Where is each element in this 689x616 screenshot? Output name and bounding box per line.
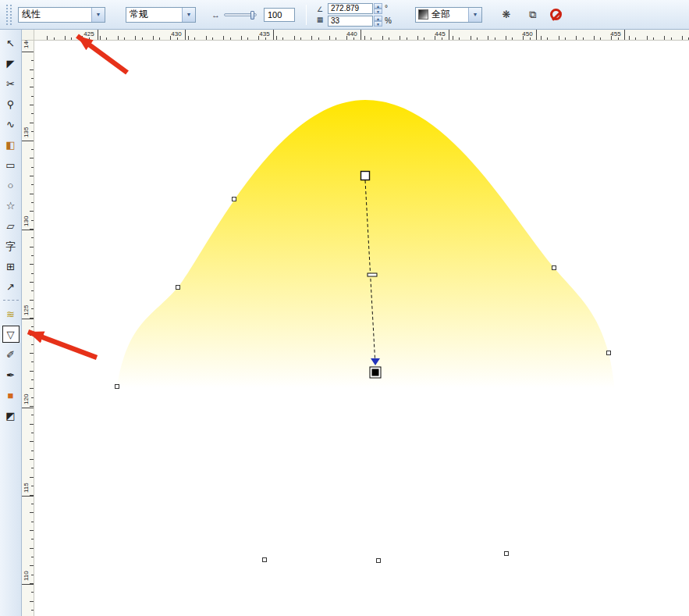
- chevron-down-icon[interactable]: ▼: [91, 8, 105, 22]
- curve-node[interactable]: [377, 559, 381, 563]
- toolbar-grip[interactable]: [6, 5, 12, 25]
- drawing-canvas[interactable]: [34, 41, 689, 616]
- curve-node[interactable]: [263, 558, 267, 562]
- no-transparency-icon: [550, 9, 562, 20]
- ruler-label: 435: [257, 30, 272, 37]
- edge-pad-icon: ▦: [314, 16, 325, 23]
- gradient-transparency-group: ∠ ▦ 272.879 ▲ ▼ ° 33 ▲ ▼ %: [314, 3, 392, 27]
- table-icon: ⊞: [6, 262, 15, 272]
- blend-icon: ≋: [6, 309, 15, 319]
- spin-up-icon[interactable]: ▲: [374, 16, 382, 21]
- connector-icon: ↗: [6, 282, 15, 292]
- toolbar-separator: [306, 5, 307, 25]
- edge-pad-unit-label: %: [385, 16, 392, 25]
- interactive-fill-icon: ◩: [5, 411, 15, 421]
- transparency-angle-input[interactable]: 272.879: [328, 3, 373, 14]
- basic-shapes-tool[interactable]: ▱: [2, 217, 20, 234]
- gradient-swatch-icon: [418, 9, 428, 20]
- curve-node[interactable]: [505, 552, 509, 556]
- spin-up-icon[interactable]: ▲: [374, 3, 382, 9]
- ruler-label: 425: [82, 30, 96, 37]
- ruler-label: 130: [23, 217, 32, 226]
- polygon-icon: ☆: [6, 201, 16, 211]
- freehand-icon: ∿: [6, 119, 15, 130]
- curve-node[interactable]: [607, 351, 611, 355]
- clear-transparency-button[interactable]: [548, 6, 565, 23]
- outline-pen-icon: ✒: [6, 370, 15, 380]
- text-icon: 字: [5, 241, 16, 251]
- interactive-transparency-icon: ▽: [7, 329, 15, 340]
- smart-fill-tool[interactable]: ◧: [2, 136, 20, 153]
- ruler-label: 125: [23, 306, 32, 315]
- fill-tool[interactable]: ■: [2, 386, 20, 404]
- zoom-tool[interactable]: ⚲: [2, 95, 20, 112]
- toolbox: ↖◤✂⚲∿◧▭○☆▱字⊞↗≋▽✐✒■◩: [0, 30, 22, 616]
- gradient-midpoint-handle[interactable]: [368, 273, 377, 276]
- freeze-transparency-button[interactable]: ❋: [498, 6, 515, 23]
- freehand-tool[interactable]: ∿: [2, 116, 20, 133]
- spin-down-icon[interactable]: ▼: [374, 21, 382, 27]
- ruler-label: 445: [433, 30, 447, 37]
- polygon-tool[interactable]: ☆: [2, 197, 20, 214]
- ruler-label: 140: [23, 41, 32, 48]
- curve-node[interactable]: [115, 385, 119, 389]
- transparency-operation-value: 常规: [126, 8, 182, 21]
- spin-down-icon[interactable]: ▼: [374, 9, 382, 14]
- ellipse-icon: ○: [8, 180, 14, 190]
- ruler-label: 110: [23, 571, 32, 581]
- rectangle-tool[interactable]: ▭: [2, 156, 20, 173]
- connector-tool[interactable]: ↗: [2, 278, 20, 295]
- curve-node[interactable]: [233, 198, 236, 201]
- table-tool[interactable]: ⊞: [2, 258, 20, 275]
- smart-fill-icon: ◧: [5, 140, 15, 150]
- ruler-label: 440: [345, 30, 359, 37]
- transparency-operation-combo[interactable]: 常规 ▼: [126, 7, 196, 23]
- chevron-down-icon[interactable]: ▼: [468, 8, 481, 22]
- transparency-start-handle[interactable]: [361, 172, 370, 180]
- transparency-target-value: 全部: [428, 8, 468, 21]
- pick-icon: ↖: [6, 38, 15, 48]
- starting-transparency-icon: ↔: [211, 10, 220, 20]
- basic-shapes-icon: ▱: [7, 221, 15, 231]
- outline-pen-tool[interactable]: ✒: [2, 366, 20, 383]
- ruler-label: 450: [520, 30, 535, 37]
- ellipse-tool[interactable]: ○: [2, 176, 20, 194]
- drawing-svg: [34, 41, 689, 616]
- pick-tool[interactable]: ↖: [2, 34, 20, 52]
- fill-icon: ■: [8, 390, 14, 401]
- chevron-down-icon[interactable]: ▼: [182, 8, 195, 22]
- edge-pad-input[interactable]: 33: [328, 16, 373, 27]
- interactive-transparency-tool[interactable]: ▽: [2, 326, 20, 343]
- ruler-label: 430: [169, 30, 183, 37]
- starting-transparency-input[interactable]: 100: [264, 8, 295, 22]
- transparency-angle-icon: ∠: [314, 5, 325, 13]
- ruler-corner[interactable]: [22, 30, 34, 41]
- transparency-type-combo[interactable]: 线性 ▼: [18, 7, 105, 23]
- copy-transparency-button[interactable]: ⧉: [524, 6, 542, 23]
- shape-icon: ◤: [7, 59, 15, 69]
- freeze-icon: ❋: [502, 9, 510, 20]
- shape-tool[interactable]: ◤: [2, 55, 20, 72]
- ruler-label: 120: [23, 395, 32, 404]
- ruler-horizontal[interactable]: 425430435440445450455: [34, 30, 689, 41]
- transparency-end-handle-fill: [372, 369, 379, 376]
- crop-tool[interactable]: ✂: [2, 75, 20, 92]
- copy-properties-icon: ⧉: [529, 9, 536, 21]
- ruler-vertical[interactable]: 140135130125120115110: [22, 41, 34, 616]
- crop-icon: ✂: [6, 79, 15, 89]
- ruler-label: 115: [23, 483, 32, 493]
- slider-thumb[interactable]: [250, 11, 254, 20]
- interactive-fill-tool[interactable]: ◩: [2, 407, 20, 424]
- toolbox-separator: [3, 300, 19, 301]
- starting-transparency-slider[interactable]: [224, 13, 257, 16]
- zoom-icon: ⚲: [7, 99, 15, 109]
- curve-node[interactable]: [176, 286, 180, 290]
- curve-node[interactable]: [552, 266, 556, 270]
- eyedropper-icon: ✐: [6, 350, 15, 360]
- ruler-label: 455: [609, 30, 623, 37]
- ruler-label: 135: [23, 128, 32, 137]
- blend-tool[interactable]: ≋: [2, 305, 20, 322]
- text-tool[interactable]: 字: [2, 237, 20, 255]
- eyedropper-tool[interactable]: ✐: [2, 346, 20, 363]
- transparency-target-combo[interactable]: 全部 ▼: [415, 7, 482, 23]
